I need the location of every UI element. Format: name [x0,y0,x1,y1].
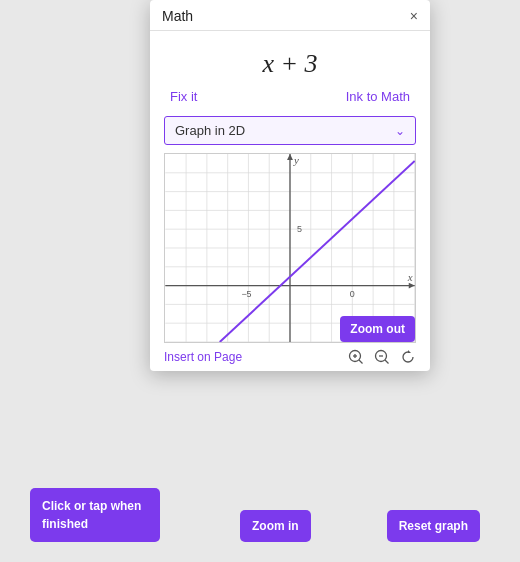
ink-to-math-link[interactable]: Ink to Math [346,89,410,104]
svg-marker-24 [409,283,415,289]
svg-marker-39 [408,350,411,353]
close-button[interactable]: × [410,9,418,23]
math-panel: Math × x + 3 Fix it Ink to Math Graph in… [150,0,430,371]
svg-text:y: y [293,154,299,166]
graph-svg: x y −5 0 5 [165,154,415,342]
toolbar-row: Insert on Page [150,343,430,371]
graph-selector-dropdown[interactable]: Graph in 2D ⌄ [164,116,416,145]
svg-line-31 [220,161,415,342]
svg-text:−5: −5 [241,289,251,299]
svg-text:0: 0 [350,289,355,299]
zoom-out-button[interactable] [374,349,390,365]
zoom-in-button[interactable] [348,349,364,365]
svg-line-35 [359,360,363,364]
insert-on-page-link[interactable]: Insert on Page [164,350,242,364]
math-expression-display: x + 3 [150,31,430,89]
graph-selector-label: Graph in 2D [175,123,245,138]
toolbar-icons [348,349,416,365]
panel-title: Math [162,8,193,24]
tap-tooltip: Click or tap when finished [30,488,160,542]
svg-text:5: 5 [297,224,302,234]
graph-canvas[interactable]: x y −5 0 5 Drag to move graph position Z… [164,153,416,343]
reset-graph-tooltip: Reset graph [387,510,480,542]
svg-marker-25 [287,154,293,160]
svg-line-38 [385,360,389,364]
math-actions-row: Fix it Ink to Math [150,89,430,116]
panel-header: Math × [150,0,430,31]
reset-graph-button[interactable] [400,349,416,365]
graph-selector-wrapper: Graph in 2D ⌄ [150,116,430,153]
zoom-in-tooltip: Zoom in [240,510,311,542]
chevron-down-icon: ⌄ [395,124,405,138]
svg-text:x: x [407,271,413,283]
fix-it-link[interactable]: Fix it [170,89,197,104]
